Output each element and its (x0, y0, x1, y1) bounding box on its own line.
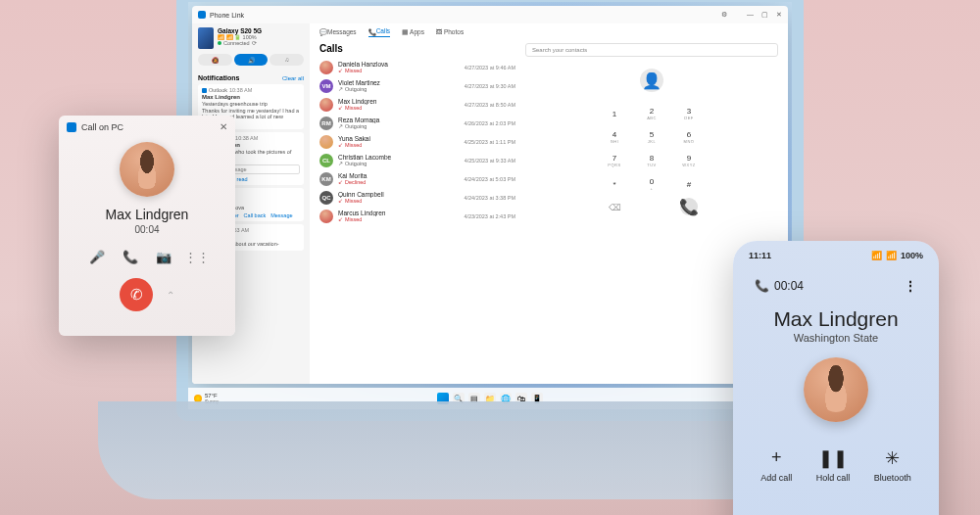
dialpad-key-5[interactable]: 5JKL (635, 127, 668, 147)
phone-call-icon: 📞 (755, 279, 769, 293)
phone-link-window: Phone Link ⚙ — ▢ ✕ Galaxy S20 5G 📶 📶 🔋 1… (192, 6, 788, 384)
refresh-icon[interactable]: ⟳ (252, 40, 257, 46)
phone-action-add call[interactable]: + Add call (760, 447, 792, 483)
call-time: 4/27/2023 at 9:46 AM (465, 65, 515, 70)
expand-button[interactable]: ⌃ (167, 290, 174, 301)
call-direction-icon: ↙ (338, 198, 343, 204)
signal-icon: 📶 (886, 251, 897, 260)
dnd-on-button[interactable]: 🔊 (234, 54, 269, 66)
app-title: Phone Link (210, 12, 244, 19)
call-name: Quinn Campbell (338, 191, 459, 198)
contact-placeholder-icon: 👤 (640, 69, 663, 92)
music-button[interactable]: ♫ (270, 54, 304, 66)
call-list-item[interactable]: RM Reza Momaga ↗ Outgoing 4/26/2023 at 2… (319, 114, 515, 132)
call-time: 4/25/2023 at 9:33 AM (465, 158, 515, 164)
status-dot-icon (218, 41, 221, 45)
call-list-item[interactable]: Marcus Lindgren ↙ Missed 4/23/2023 at 2:… (319, 207, 515, 225)
dialpad-key-7[interactable]: 7PQRS (598, 151, 631, 170)
phone-caller-name: Max Lindgren (749, 307, 923, 331)
call-status: ↙ Missed (338, 68, 460, 73)
call-list-item[interactable]: QC Quinn Campbell ↙ Missed 4/24/2023 at … (319, 188, 515, 207)
clear-all-link[interactable]: Clear all (282, 75, 304, 81)
app-source-icon (202, 88, 207, 93)
caller-name: Max Lindgren (106, 207, 189, 222)
call-list-item[interactable]: KM Kai Morita ↙ Declined 4/24/2023 at 5:… (319, 169, 515, 188)
phone-action-bluetooth[interactable]: ✳ Bluetooth (874, 447, 911, 483)
device-thumbnail (198, 27, 214, 49)
call-time: 4/24/2023 at 3:38 PM (464, 195, 515, 201)
call-on-pc-window: Call on PC ✕ Max Lindgren 00:04 🎤 📞 📷 ⋮⋮… (59, 116, 235, 336)
phone-caller-location: Washington State (749, 332, 923, 344)
maximize-button[interactable]: ▢ (761, 11, 768, 19)
call-list-item[interactable]: VM Violet Martinez ↗ Outgoing 4/27/2023 … (319, 76, 515, 95)
device-status[interactable]: Galaxy S20 5G 📶 📶 🔋 100% Connected⟳ (198, 27, 304, 49)
dialpad-key-8[interactable]: 8TUV (635, 151, 668, 170)
connection-status: Connected (223, 40, 250, 46)
dialpad-key-3[interactable]: 3DEF (672, 104, 706, 123)
notif-action-link[interactable]: Message (270, 212, 292, 218)
notif-action-link[interactable]: Call back (244, 212, 267, 218)
contact-avatar: KM (319, 172, 333, 186)
calls-list-pane: Calls Daniela Hanzlova ↙ Missed 4/27/202… (319, 43, 515, 380)
phone-action-hold call[interactable]: ❚❚ Hold call (816, 447, 851, 483)
dialpad-toggle-button[interactable]: ⋮⋮ (189, 249, 205, 264)
settings-icon[interactable]: ⚙ (721, 11, 727, 19)
contact-avatar: QC (319, 191, 333, 205)
chat-icon: 💬 (319, 28, 325, 34)
main-pane: 💬Messages📞Calls▦Apps🖼Photos Calls Daniel… (310, 23, 788, 384)
dialpad-key-9[interactable]: 9WXYZ (672, 151, 706, 170)
call-name: Max Lindgren (338, 98, 460, 105)
image-icon: 🖼 (436, 28, 442, 34)
contact-avatar (319, 210, 333, 223)
call-status: ↙ Missed (338, 142, 459, 148)
contact-avatar: RM (319, 117, 333, 130)
call-list-item[interactable]: Max Lindgren ↙ Missed 4/27/2023 at 8:50 … (319, 95, 515, 114)
call-name: Marcus Lindgren (338, 210, 459, 216)
tab-photos[interactable]: 🖼Photos (436, 27, 464, 37)
minimize-button[interactable]: — (747, 11, 754, 19)
phone-caller-avatar (804, 357, 868, 422)
call-status: ↗ Outgoing (338, 86, 460, 92)
dialpad: 12ABC3DEF4GHI5JKL6MNO7PQRS8TUV9WXYZ*0+# (598, 104, 706, 194)
video-button[interactable]: 📷 (156, 249, 172, 264)
transfer-button[interactable]: 📞 (122, 249, 138, 264)
dialpad-key-#[interactable]: # (672, 174, 706, 194)
search-input[interactable]: Search your contacts (525, 43, 778, 57)
dialpad-key-1[interactable]: 1 (598, 104, 631, 123)
tabs: 💬Messages📞Calls▦Apps🖼Photos (310, 23, 788, 39)
call-direction-icon: ↙ (338, 68, 343, 73)
dialpad-key-4[interactable]: 4GHI (598, 127, 631, 147)
dialpad-key-*[interactable]: * (598, 174, 631, 194)
close-button[interactable]: ✕ (776, 11, 782, 19)
dialpad-call-button[interactable]: 📞 (680, 198, 698, 215)
contact-avatar (319, 61, 333, 74)
call-status: ↙ Missed (338, 216, 459, 222)
grid-icon: ▦ (402, 28, 408, 34)
end-call-button[interactable]: ✆ (120, 278, 153, 311)
tab-calls[interactable]: 📞Calls (368, 27, 390, 37)
battery-label: 100% (901, 251, 923, 260)
dialpad-delete-button[interactable]: ⌫ (598, 198, 631, 217)
call-name: Yuna Sakai (338, 135, 459, 142)
phone-more-button[interactable]: ⋮ (904, 278, 917, 294)
dnd-off-button[interactable]: 🔕 (198, 54, 232, 66)
call-time: 4/26/2023 at 2:03 PM (464, 120, 515, 126)
call-direction-icon: ↗ (338, 86, 343, 92)
dialpad-key-2[interactable]: 2ABC (635, 104, 668, 123)
dialpad-key-0[interactable]: 0+ (635, 174, 668, 194)
contact-avatar (319, 135, 333, 149)
call-window-close-button[interactable]: ✕ (220, 121, 227, 132)
call-direction-icon: ↙ (338, 142, 343, 148)
call-window-title: Call on PC (81, 122, 123, 132)
tab-messages[interactable]: 💬Messages (319, 27, 357, 37)
phone-action-icon: + (771, 447, 782, 469)
call-list-item[interactable]: Daniela Hanzlova ↙ Missed 4/27/2023 at 9… (319, 58, 515, 76)
mute-button[interactable]: 🎤 (89, 249, 105, 264)
call-list-item[interactable]: Yuna Sakai ↙ Missed 4/25/2023 at 1:11 PM (319, 132, 515, 151)
call-direction-icon: ↙ (338, 179, 343, 185)
phone-action-icon: ✳ (885, 447, 900, 469)
tab-apps[interactable]: ▦Apps (402, 27, 424, 37)
call-list-item[interactable]: CL Christian Lacombe ↗ Outgoing 4/25/202… (319, 151, 515, 169)
dialpad-key-6[interactable]: 6MNO (672, 127, 706, 147)
phone-clock: 11:11 (749, 251, 771, 260)
